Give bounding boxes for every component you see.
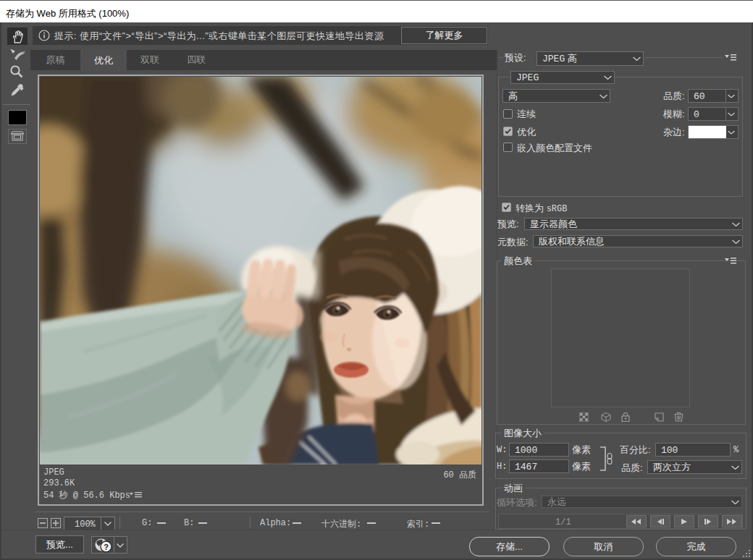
svg-text:?: ? xyxy=(104,543,109,551)
